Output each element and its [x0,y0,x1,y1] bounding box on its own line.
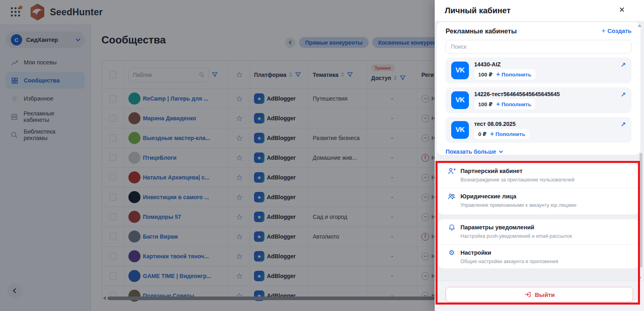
gear-icon: ⚙ [448,249,456,257]
account-balance: 100 ₽ [478,71,493,78]
menu-item-settings[interactable]: ⚙ Настройки Общие настройки аккаунта и п… [438,244,639,269]
panel-header: Личный кабинет × [435,0,644,21]
balance-pill: 100 ₽ + Пополнить [474,99,535,109]
menu-item-title: Параметры уведомлений [460,224,535,231]
ad-accounts-card: Рекламные кабинеты + Создать VK [437,22,640,155]
menu-item-title: Юридические лица [460,193,516,200]
plus-icon: + [601,27,605,35]
menu-item-subtitle: Общие настройки аккаунта и приложения [460,259,630,264]
chevron-down-icon [499,149,503,153]
account-menu-card-2: Параметры уведомлений Настройка push-уве… [438,219,639,268]
dim-overlay[interactable] [0,0,435,311]
people-icon [448,192,456,200]
topup-button[interactable]: + Пополнить [496,71,531,78]
accounts-list: VK 14430-AIZ 100 ₽ + Пополнить [446,58,632,143]
scroll-up-arrow-icon[interactable] [638,24,642,27]
menu-item-subtitle: Управление привязанными к аккаунту юр.ли… [460,202,630,208]
logout-button[interactable]: Выйти [446,287,633,302]
ad-account-card: VK тест 08.09.2025 0 ₽ + Пополнить [446,117,632,143]
vk-icon: VK [451,91,469,109]
close-icon[interactable]: × [619,4,625,16]
account-menu-card-1: Партнерский кабинет Вознаграждение за пр… [438,163,639,214]
plus-icon: + [496,101,500,108]
balance-pill: 0 ₽ + Пополнить [474,129,529,139]
vk-icon: VK [451,121,469,139]
topup-button[interactable]: + Пополнить [496,101,531,108]
panel-body: Рекламные кабинеты + Создать VK [435,21,644,311]
topup-button[interactable]: + Пополнить [490,130,525,138]
menu-item-title: Партнерский кабинет [460,168,522,174]
account-name: 14430-AIZ [474,61,535,68]
logout-icon [524,291,531,298]
bell-icon [448,223,456,231]
open-account-icon[interactable]: ↗ [621,121,626,128]
account-balance: 0 ₽ [478,131,487,137]
show-more-button[interactable]: Показать больше [446,148,632,155]
open-account-icon[interactable]: ↗ [621,91,626,99]
menu-item-legal-entities[interactable]: Юридические лица Управление привязанными… [438,188,639,213]
menu-item-title: Настройки [460,249,491,256]
ad-accounts-title: Рекламные кабинеты [446,27,517,35]
vk-icon: VK [451,62,469,79]
accounts-search-field [446,40,632,54]
panel-scrollbar-thumb[interactable] [640,153,642,268]
open-account-icon[interactable]: ↗ [621,61,626,69]
account-name: 14226-тест564645645645645645 [474,91,560,97]
menu-item-notification-settings[interactable]: Параметры уведомлений Настройка push-уве… [438,219,639,244]
menu-item-partner-cabinet[interactable]: Партнерский кабинет Вознаграждение за пр… [438,163,639,188]
accounts-search-input[interactable] [451,43,626,50]
panel-title: Личный кабинет [445,6,510,15]
plus-icon: + [496,71,500,78]
ad-account-card: VK 14430-AIZ 100 ₽ + Пополнить [446,58,632,83]
menu-item-subtitle: Вознаграждение за приглашение пользовате… [460,177,630,183]
balance-pill: 100 ₽ + Пополнить [474,69,535,80]
account-panel: Личный кабинет × Рекламные кабинеты + Со… [435,0,644,311]
app-screen: SeedHunter С СидХантер Мои посевы Сообще… [0,0,644,311]
person-plus-icon [448,167,456,175]
plus-icon: + [490,130,494,138]
menu-item-subtitle: Настройка push-уведомлений и email-рассы… [460,233,630,239]
create-account-button[interactable]: + Создать [601,27,632,35]
ad-account-card: VK 14226-тест564645645645645645 100 ₽ + … [446,87,632,113]
panel-footer: Выйти [435,281,644,311]
account-balance: 100 ₽ [478,101,493,107]
account-name: тест 08.09.2025 [474,121,529,127]
scroll-down-arrow-icon[interactable] [638,277,642,280]
